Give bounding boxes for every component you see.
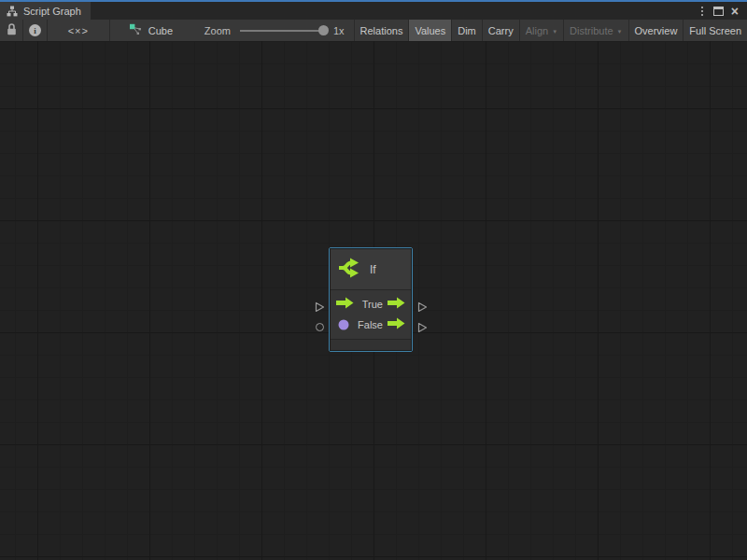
zoom-slider[interactable] bbox=[240, 30, 324, 32]
full-screen-button-label: Full Screen bbox=[689, 25, 741, 36]
if-node[interactable]: If True bbox=[329, 247, 413, 352]
false-port-label: False bbox=[358, 319, 383, 330]
graph-target-label: Cube bbox=[148, 25, 173, 36]
code-preview-icon: <×> bbox=[68, 25, 89, 36]
node-title: If bbox=[370, 263, 376, 276]
overview-button[interactable]: Overview bbox=[629, 20, 684, 41]
kebab-menu-icon[interactable] bbox=[698, 5, 707, 18]
port-row-false: False bbox=[331, 315, 411, 335]
port-row-true: True bbox=[331, 294, 411, 315]
zoom-slider-knob[interactable] bbox=[318, 25, 329, 35]
align-button-label: Align bbox=[526, 25, 548, 36]
lock-icon bbox=[7, 23, 17, 37]
zoom-control: Zoom 1x bbox=[191, 20, 354, 41]
info-button[interactable]: i bbox=[23, 20, 46, 41]
circle-port-icon bbox=[316, 323, 324, 331]
graph-target-button[interactable]: Cube bbox=[110, 20, 191, 41]
lock-button[interactable] bbox=[0, 20, 22, 41]
branch-icon bbox=[337, 256, 361, 284]
chevron-down-icon: ▼ bbox=[617, 29, 623, 35]
condition-input-port[interactable] bbox=[316, 323, 324, 331]
true-output-port[interactable] bbox=[417, 301, 428, 313]
dim-button-label: Dim bbox=[458, 25, 476, 36]
zoom-label: Zoom bbox=[204, 25, 231, 36]
true-port-label: True bbox=[362, 299, 383, 310]
flow-in-arrow-icon[interactable] bbox=[336, 296, 354, 313]
if-node-footer bbox=[331, 339, 411, 350]
code-preview-button[interactable]: <×> bbox=[48, 20, 109, 41]
values-button[interactable]: Values bbox=[409, 20, 451, 41]
flow-input-port[interactable] bbox=[315, 301, 325, 313]
chevron-down-icon: ▼ bbox=[552, 29, 557, 35]
true-flow-arrow-icon[interactable] bbox=[388, 296, 405, 313]
values-button-label: Values bbox=[415, 25, 445, 36]
zoom-value: 1x bbox=[333, 25, 345, 36]
align-button[interactable]: Align ▼ bbox=[520, 20, 563, 41]
maximize-icon[interactable] bbox=[713, 7, 724, 16]
distribute-button[interactable]: Distribute ▼ bbox=[564, 20, 627, 41]
boolean-dot-icon[interactable] bbox=[338, 319, 349, 330]
full-screen-button[interactable]: Full Screen bbox=[684, 20, 747, 41]
carry-button[interactable]: Carry bbox=[483, 20, 519, 41]
overview-button-label: Overview bbox=[635, 25, 678, 36]
if-node-header[interactable]: If bbox=[331, 249, 411, 290]
distribute-button-label: Distribute bbox=[570, 25, 613, 36]
if-node-body: If True bbox=[330, 248, 412, 351]
graph-canvas[interactable]: If True bbox=[0, 41, 747, 560]
toolbar-right-group: Relations Values Dim Carry Align ▼ Distr… bbox=[355, 20, 747, 41]
tab-bar: Script Graph × bbox=[0, 2, 747, 20]
graph-icon bbox=[129, 23, 142, 37]
tab-title: Script Graph bbox=[23, 6, 81, 17]
info-icon: i bbox=[29, 24, 41, 36]
carry-button-label: Carry bbox=[488, 25, 514, 36]
relations-button[interactable]: Relations bbox=[355, 20, 409, 41]
window-controls: × bbox=[698, 2, 747, 20]
graph-toolbar: i <×> Cube Zoom 1x bbox=[0, 20, 747, 41]
close-icon[interactable]: × bbox=[730, 7, 740, 16]
false-flow-arrow-icon[interactable] bbox=[388, 316, 405, 333]
false-output-port[interactable] bbox=[417, 322, 428, 333]
if-node-ports: True Fa bbox=[331, 290, 411, 339]
dim-button[interactable]: Dim bbox=[452, 20, 482, 41]
script-graph-window: Script Graph × i <×> bbox=[0, 0, 747, 560]
graph-hierarchy-icon bbox=[7, 6, 18, 17]
relations-button-label: Relations bbox=[360, 25, 403, 36]
tab-script-graph[interactable]: Script Graph bbox=[0, 2, 91, 20]
